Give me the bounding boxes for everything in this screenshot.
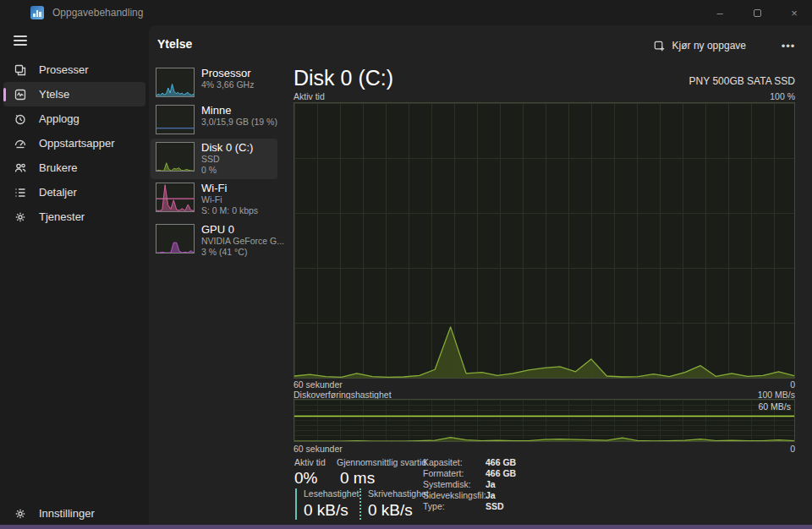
services-icon [14, 210, 27, 224]
avg-response-stat-value: 0 ms [340, 469, 375, 488]
run-new-task-button[interactable]: Kjør ny oppgave [646, 35, 753, 57]
scale-marker-label: 60 MB/s [758, 401, 791, 412]
device-name: PNY 500GB SATA SSD [689, 75, 795, 87]
info-value: 466 GB [486, 468, 516, 478]
perf-item-prosessor[interactable]: Prosessor 4% 3,66 GHz [151, 64, 277, 101]
sidebar-item-innstillinger[interactable]: Innstillinger [3, 501, 145, 526]
memory-mini-chart [156, 105, 195, 134]
info-value: Ja [486, 490, 496, 500]
users-icon [14, 161, 27, 175]
minimize-icon: – [716, 7, 722, 19]
perf-item-gpu0[interactable]: GPU 0 NVIDIA GeForce G... 3 % (41 °C) [151, 221, 277, 262]
chart1-x-right: 0 [790, 379, 795, 390]
wifi-mini-chart [156, 183, 195, 212]
title-bar: Oppgavebehandling – × [0, 0, 812, 25]
info-row: Formatert:466 GB [423, 468, 516, 478]
sidebar-item-label: Tjenester [39, 210, 85, 223]
write-speed-value: 0 kB/s [368, 501, 429, 520]
close-icon: × [791, 7, 798, 19]
sidebar-item-ytelse[interactable]: Ytelse [3, 82, 145, 106]
perf-item-minne[interactable]: Minne 3,0/15,9 GB (19 %) [151, 101, 277, 139]
info-value: Ja [486, 479, 496, 489]
perf-item-stat: SSD [201, 154, 253, 165]
read-speed-block: Lesehastighet 0 kB/s [295, 488, 359, 520]
more-options-button[interactable]: ••• [775, 35, 802, 57]
perf-item-name: Minne [201, 104, 277, 117]
perf-item-name: Wi-Fi [201, 182, 258, 194]
close-button[interactable]: × [776, 0, 812, 25]
app-history-icon [14, 112, 27, 126]
chart1-label: Aktiv tid [294, 91, 325, 101]
write-speed-label: Skrivehastighet [368, 488, 429, 499]
chart1-x-left: 60 sekunder [294, 379, 343, 390]
perf-item-stat: NVIDIA GeForce G... [201, 236, 284, 247]
active-time-stat-value: 0% [294, 469, 317, 488]
sidebar-item-applogg[interactable]: Applogg [3, 106, 145, 131]
maximize-button[interactable] [739, 0, 775, 25]
info-label: Type: [423, 501, 486, 511]
window-bottom-accent [0, 525, 812, 529]
sidebar-item-brukere[interactable]: Brukere [3, 155, 145, 180]
perf-item-stat: 0 % [201, 165, 253, 176]
sidebar-item-oppstartsapper[interactable]: Oppstartsapper [3, 131, 145, 155]
info-row: Systemdisk:Ja [423, 479, 496, 489]
perf-item-name: Disk 0 (C:) [201, 141, 253, 154]
info-row: Type:SSD [423, 501, 504, 511]
perf-item-stat: Wi-Fi [201, 194, 258, 205]
sidebar-item-label: Brukere [39, 161, 78, 174]
perf-item-stat: 3,0/15,9 GB (19 %) [201, 117, 277, 128]
sidebar-item-label: Detaljer [39, 186, 77, 199]
read-speed-label: Lesehastighet [304, 488, 359, 499]
perf-item-wifi[interactable]: Wi-Fi Wi-Fi S: 0 M: 0 kbps [151, 179, 277, 221]
processes-icon [14, 63, 27, 77]
write-speed-block: Skrivehastighet 0 kB/s [359, 488, 429, 520]
transfer-rate-chart: 60 MB/s [294, 399, 795, 442]
new-task-icon [653, 40, 666, 52]
chart1-max-label: 100 % [770, 91, 795, 101]
details-icon [14, 186, 27, 199]
perf-item-name: Prosessor [201, 67, 254, 79]
sidebar-item-prosesser[interactable]: Prosesser [3, 57, 145, 82]
sidebar-item-label: Applogg [39, 112, 80, 125]
detail-title: Disk 0 (C:) [294, 66, 393, 90]
minimize-button[interactable]: – [702, 0, 738, 25]
perf-item-name: GPU 0 [201, 223, 284, 236]
gear-icon [14, 507, 27, 521]
sidebar-item-detaljer[interactable]: Detaljer [3, 180, 145, 205]
window-title: Oppgavebehandling [52, 7, 143, 19]
active-time-stat-label: Aktiv tid [294, 457, 326, 467]
active-time-chart [294, 102, 795, 379]
disk-mini-chart [156, 142, 195, 172]
ellipsis-icon: ••• [782, 40, 796, 52]
gpu-mini-chart [156, 224, 195, 254]
perf-item-stat: S: 0 M: 0 kbps [201, 205, 258, 216]
chart2-x-right: 0 [790, 444, 795, 454]
performance-icon [14, 88, 27, 101]
perf-item-disk0[interactable]: Disk 0 (C:) SSD 0 % [151, 139, 277, 179]
sidebar-item-label: Oppstartsapper [39, 137, 115, 150]
run-new-task-label: Kjør ny oppgave [672, 40, 746, 52]
info-label: Kapasitet: [423, 457, 486, 467]
perf-item-stat: 3 % (41 °C) [201, 247, 284, 258]
startup-icon [14, 137, 27, 150]
info-value: 466 GB [486, 457, 516, 467]
hamburger-menu-icon[interactable] [14, 35, 27, 46]
chart2-x-left: 60 sekunder [294, 444, 343, 454]
perf-item-stat: 4% 3,66 GHz [201, 79, 254, 90]
sidebar-item-tjenester[interactable]: Tjenester [3, 205, 145, 229]
info-label: Systemdisk: [423, 479, 486, 489]
sidebar-item-label: Innstillinger [39, 507, 95, 520]
info-row: Kapasitet:466 GB [423, 457, 516, 467]
maximize-icon [754, 9, 761, 17]
read-speed-value: 0 kB/s [304, 501, 359, 520]
cpu-mini-chart [156, 68, 195, 97]
selected-accent-pill [3, 88, 6, 101]
info-row: Sidevekslingsfil:Ja [423, 490, 496, 500]
info-label: Sidevekslingsfil: [423, 490, 486, 500]
info-value: SSD [486, 501, 504, 511]
task-manager-app-icon [30, 6, 44, 19]
sidebar-item-label: Ytelse [39, 88, 69, 101]
info-label: Formatert: [423, 468, 486, 478]
sidebar-item-label: Prosesser [39, 63, 89, 76]
page-title: Ytelse [157, 37, 192, 51]
